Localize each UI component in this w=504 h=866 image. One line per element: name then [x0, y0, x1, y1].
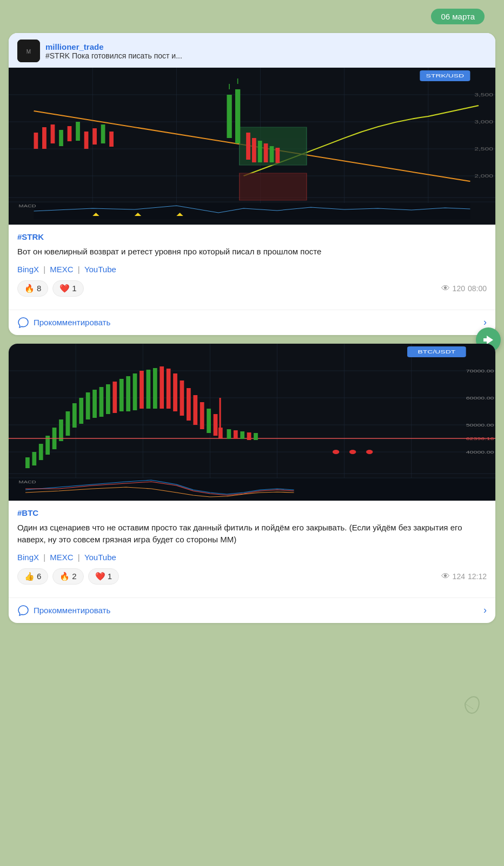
svg-rect-91	[112, 382, 117, 413]
link-mexc-2[interactable]: MEXC	[50, 553, 73, 562]
svg-point-125	[349, 450, 356, 454]
svg-rect-41	[92, 128, 97, 145]
post-meta-1: 👁 120 08:00	[441, 284, 487, 293]
comment-left-1: Прокомментировать	[17, 317, 110, 329]
svg-text:STRK/USD: STRK/USD	[426, 73, 465, 78]
link-bingx-1[interactable]: BingX	[17, 265, 39, 274]
svg-rect-78	[25, 457, 30, 468]
svg-rect-102	[187, 388, 191, 421]
svg-text:40000.00: 40000.00	[466, 450, 494, 454]
reaction-heart-count-2: 1	[108, 572, 112, 581]
reaction-fire-1[interactable]: 🔥 8	[17, 280, 48, 297]
svg-text:60000.00: 60000.00	[466, 396, 494, 400]
svg-rect-40	[84, 132, 89, 149]
svg-rect-103	[193, 395, 197, 425]
svg-rect-53	[275, 148, 280, 163]
link-mexc-1[interactable]: MEXC	[50, 265, 73, 274]
svg-rect-112	[240, 431, 244, 439]
svg-rect-60	[34, 203, 470, 219]
eye-icon-2: 👁	[441, 572, 450, 581]
post-body-1: #STRK Вот он ювелирный возврат и ретест …	[9, 225, 495, 303]
reaction-fire-2[interactable]: 🔥 2	[52, 568, 83, 585]
comment-bar-1[interactable]: Прокомментировать ›	[9, 310, 495, 335]
svg-rect-110	[227, 429, 231, 439]
svg-rect-96	[146, 370, 150, 409]
link-youtube-1[interactable]: YouTube	[84, 265, 116, 274]
svg-rect-35	[42, 127, 47, 149]
post-body-2: #BTC Один из сценариев что не оставим пр…	[9, 501, 495, 591]
svg-point-124	[333, 450, 339, 454]
svg-rect-97	[153, 368, 157, 409]
svg-rect-38	[68, 126, 72, 141]
post-preview-1: #STRK Пока готовился писать пост и...	[45, 51, 283, 60]
comment-bar-2[interactable]: Прокомментировать ›	[9, 598, 495, 623]
svg-rect-113	[247, 432, 251, 440]
reactions-2: 👍 6 🔥 2 ❤️ 1 👁 124 12:12	[17, 568, 487, 591]
separator-2: |	[78, 265, 82, 274]
post-text-2: Один из сценариев что не оставим просто …	[17, 522, 487, 546]
svg-rect-34	[34, 133, 38, 149]
svg-rect-83	[59, 419, 63, 441]
svg-rect-95	[140, 371, 144, 409]
svg-rect-105	[207, 409, 211, 433]
reaction-thumbsup-2[interactable]: 👍 6	[17, 568, 48, 585]
svg-rect-43	[109, 132, 114, 147]
svg-rect-48	[246, 133, 250, 160]
svg-rect-89	[100, 387, 104, 417]
reaction-fire-emoji-1: 🔥	[24, 284, 35, 293]
chevron-right-icon-2: ›	[483, 605, 487, 616]
post-header-1[interactable]: M millioner_trade #STRK Пока готовился п…	[9, 33, 495, 68]
svg-text:3,000: 3,000	[474, 119, 493, 124]
avatar-1: M	[17, 40, 40, 62]
svg-text:70000.00: 70000.00	[466, 369, 494, 373]
link-youtube-2[interactable]: YouTube	[84, 553, 116, 562]
chart-2: 70000.00 60000.00 50000.00 62396.16 4000…	[9, 344, 495, 501]
svg-rect-49	[252, 138, 256, 162]
reaction-heart-2[interactable]: ❤️ 1	[88, 568, 119, 585]
svg-rect-52	[270, 146, 274, 162]
reaction-heart-1[interactable]: ❤️ 1	[52, 280, 83, 297]
svg-rect-98	[160, 366, 164, 409]
svg-rect-111	[234, 430, 238, 439]
channel-name-1[interactable]: millioner_trade	[45, 42, 487, 51]
comment-label-1: Прокомментировать	[34, 318, 110, 327]
svg-rect-36	[51, 124, 55, 143]
comment-label-2: Прокомментировать	[34, 606, 110, 615]
svg-rect-50	[258, 141, 262, 162]
svg-rect-45	[235, 89, 240, 143]
svg-text:BTC/USDT: BTC/USDT	[417, 349, 455, 354]
link-bingx-2[interactable]: BingX	[17, 553, 39, 562]
svg-rect-42	[101, 124, 105, 143]
reaction-thumbsup-emoji-2: 👍	[24, 572, 35, 581]
svg-rect-108	[218, 428, 223, 438]
svg-rect-101	[180, 380, 184, 416]
svg-rect-114	[254, 433, 258, 440]
time-1: 08:00	[468, 284, 487, 293]
svg-rect-79	[32, 452, 36, 465]
svg-rect-51	[264, 143, 268, 162]
svg-rect-44	[227, 95, 231, 138]
svg-text:3,500: 3,500	[474, 92, 493, 97]
chart-1: STRK/USD 3,500 3,000 2,500 2,000 M	[9, 68, 495, 225]
svg-rect-39	[76, 122, 80, 141]
svg-rect-87	[86, 392, 90, 419]
svg-rect-86	[79, 398, 83, 424]
svg-rect-37	[59, 130, 63, 146]
time-2: 12:12	[468, 572, 487, 581]
post-links-1: BingX | MEXC | YouTube	[17, 265, 487, 274]
separator-3: |	[43, 553, 48, 562]
svg-text:2,000: 2,000	[474, 173, 493, 179]
svg-rect-33	[240, 173, 307, 200]
comment-icon-1	[17, 317, 29, 329]
svg-rect-100	[173, 373, 177, 411]
post-card-2: 70000.00 60000.00 50000.00 62396.16 4000…	[9, 344, 495, 623]
svg-rect-80	[39, 444, 43, 460]
hashtag-1: #STRK	[17, 232, 487, 241]
svg-line-17	[465, 704, 473, 709]
svg-rect-84	[66, 411, 70, 436]
svg-point-126	[366, 450, 373, 454]
svg-rect-88	[92, 390, 97, 418]
reaction-heart-emoji-2: ❤️	[95, 572, 105, 581]
svg-text:50000.00: 50000.00	[466, 423, 494, 427]
views-2: 124	[453, 572, 465, 581]
